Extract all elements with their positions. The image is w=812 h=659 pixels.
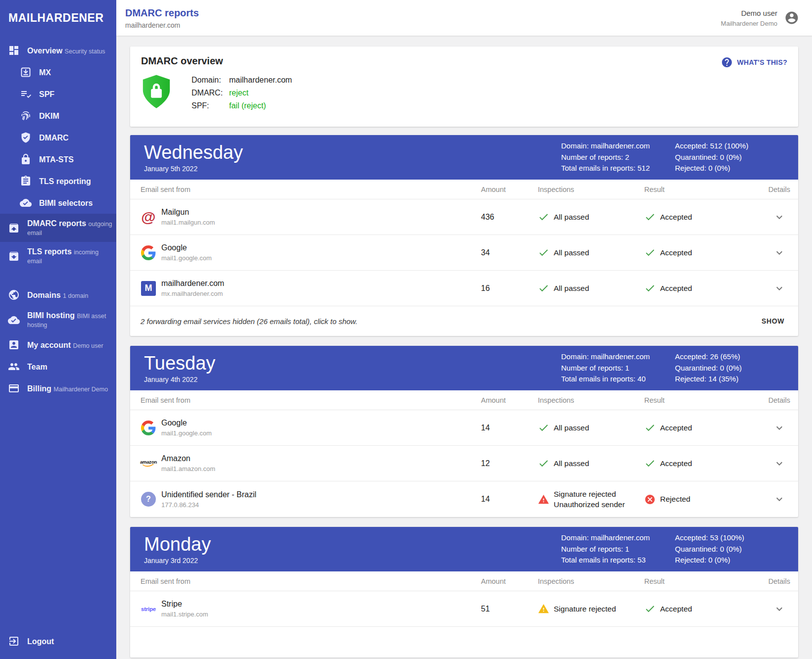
stat-total-emails: Total emails in reports: 53 (561, 555, 675, 566)
sidebar-item-label: DKIM (39, 112, 59, 120)
table-row-amazon: amazon Amazonmail1.amazon.com 12 All pas… (130, 446, 798, 481)
avatar-icon[interactable] (784, 10, 799, 25)
check-icon (644, 458, 656, 469)
chevron-down-icon[interactable] (773, 422, 785, 434)
inspection-text: All passed (554, 423, 589, 433)
table-header: Email sent from Amount Inspections Resul… (130, 390, 798, 410)
sidebar-item-label: DMARC reports (27, 219, 86, 228)
check-icon (538, 211, 549, 223)
day-card-tuesday: Tuesday January 4th 2022 Domain: mailhar… (130, 346, 798, 517)
sidebar-item-dkim[interactable]: DKIM (0, 105, 116, 127)
sender-domain: mail1.google.com (161, 254, 212, 262)
chevron-down-icon[interactable] (773, 603, 785, 615)
sidebar-item-label: BIMI hosting (27, 311, 75, 320)
sender-name: Amazon (161, 454, 215, 463)
inspection-text: All passed (554, 283, 589, 293)
check-icon (644, 603, 656, 614)
inspection-text: All passed (554, 247, 589, 258)
amount-value: 51 (481, 605, 538, 613)
chevron-down-icon[interactable] (773, 211, 785, 223)
col-inspections: Inspections (538, 186, 644, 193)
sidebar-item-sublabel: Mailhardener Demo (53, 386, 108, 393)
check-icon (538, 422, 549, 433)
table-row-google: Googlemail1.google.com 14 All passed Acc… (130, 410, 798, 446)
check-icon (644, 211, 656, 223)
chevron-down-icon[interactable] (773, 282, 785, 294)
top-bar: DMARC reports mailhardener.com Demo user… (116, 0, 812, 36)
nav-divider-gap (0, 270, 116, 284)
inspection-text: Signature rejected (554, 489, 625, 499)
sidebar-item-team[interactable]: Team (0, 356, 116, 377)
sidebar-item-dmarc-reports[interactable]: DMARC reports outgoing email (0, 214, 116, 242)
col-inspections: Inspections (538, 577, 644, 585)
sidebar-item-label: TLS reports (27, 247, 72, 256)
inspection-text: Signature rejected (554, 604, 616, 614)
content-scroll[interactable]: DMARC overview WHAT'S THIS? Domain:mailh… (116, 36, 812, 659)
sender-domain: mx.mailhardener.com (161, 290, 224, 297)
result-text: Accepted (660, 605, 692, 613)
logout-button[interactable]: Logout (0, 630, 116, 652)
show-button[interactable]: SHOW (758, 313, 788, 329)
security-shield-icon (142, 74, 171, 110)
table-header: Email sent from Amount Inspections Resul… (130, 180, 798, 199)
sidebar-item-spf[interactable]: SPF (0, 83, 116, 105)
sidebar-item-label: MTA-STS (39, 155, 74, 164)
logout-icon (8, 635, 20, 647)
amount-value: 34 (481, 248, 538, 257)
sidebar-item-overview[interactable]: Overview Security status (0, 40, 116, 61)
mx-inbox-icon (20, 66, 32, 78)
col-result: Result (644, 396, 761, 404)
rejected-icon (644, 494, 656, 505)
main-area: DMARC reports mailhardener.com Demo user… (116, 0, 812, 659)
result-text: Accepted (660, 459, 692, 468)
stat-domain: Domain: mailhardener.com (561, 351, 675, 363)
sidebar-item-tls-reporting[interactable]: TLS reporting (0, 170, 116, 192)
sidebar-item-label: MX (39, 68, 51, 77)
day-date: January 5th 2022 (144, 165, 243, 173)
sidebar-nav: Overview Security status MX SPF DKIM DMA… (0, 36, 116, 399)
globe-icon (8, 289, 20, 301)
stat-quarantined: Quarantined: 0 (0%) (675, 544, 786, 555)
logout-label: Logout (27, 637, 54, 646)
inspection-text: All passed (554, 458, 589, 469)
sender-name: Google (161, 243, 212, 252)
help-icon (721, 56, 733, 68)
sidebar-item-my-account[interactable]: My account Demo user (0, 334, 116, 356)
sidebar-item-billing[interactable]: Billing Mailhardener Demo (0, 377, 116, 399)
stat-accepted: Accepted: 512 (100%) (675, 141, 786, 152)
day-card-wednesday: Wednesday January 5th 2022 Domain: mailh… (130, 135, 798, 336)
sidebar-item-bimi-hosting[interactable]: BIMI hosting BIMI asset hosting (0, 306, 116, 334)
col-details: Details (761, 396, 790, 404)
sidebar-item-tls-reports[interactable]: TLS reports incoming email (0, 242, 116, 270)
amazon-icon: amazon (141, 459, 156, 468)
app-logo: MAILHARDENER (0, 0, 116, 36)
page-title: DMARC reports (125, 7, 199, 19)
sidebar-item-domains[interactable]: Domains 1 domain (0, 284, 116, 306)
domain-value: mailhardener.com (229, 74, 292, 87)
stat-total-emails: Total emails in reports: 512 (561, 163, 675, 174)
spf-policy-value: fail (reject) (229, 99, 266, 112)
sidebar-item-bimi-selectors[interactable]: BIMI selectors (0, 192, 116, 214)
spf-label: SPF: (191, 99, 229, 112)
sidebar-item-label: TLS reporting (39, 177, 91, 186)
sidebar-item-dmarc[interactable]: DMARC (0, 127, 116, 148)
check-icon (644, 422, 656, 433)
sidebar-item-mta-sts[interactable]: MTA-STS (0, 148, 116, 170)
sidebar-item-sublabel: Security status (65, 48, 105, 55)
result-text: Accepted (660, 284, 692, 293)
people-icon (8, 361, 20, 373)
hidden-services-row[interactable]: 2 forwarding email services hidden (26 e… (130, 306, 798, 336)
chevron-down-icon[interactable] (773, 493, 785, 505)
amount-value: 16 (481, 284, 538, 293)
stat-quarantined: Quarantined: 0 (0%) (675, 363, 786, 374)
day-card-monday: Monday January 3rd 2022 Domain: mailhard… (130, 527, 798, 658)
whats-this-link[interactable]: WHAT'S THIS? (721, 56, 787, 68)
chevron-down-icon[interactable] (773, 458, 785, 470)
sidebar-item-label: Overview (27, 47, 62, 55)
sidebar-item-mx[interactable]: MX (0, 61, 116, 83)
dmarc-policy-value: reject (229, 87, 248, 99)
cloud-check-icon (20, 197, 32, 209)
google-icon (141, 245, 156, 260)
stat-reports: Number of reports: 1 (561, 544, 675, 555)
chevron-down-icon[interactable] (773, 247, 785, 259)
